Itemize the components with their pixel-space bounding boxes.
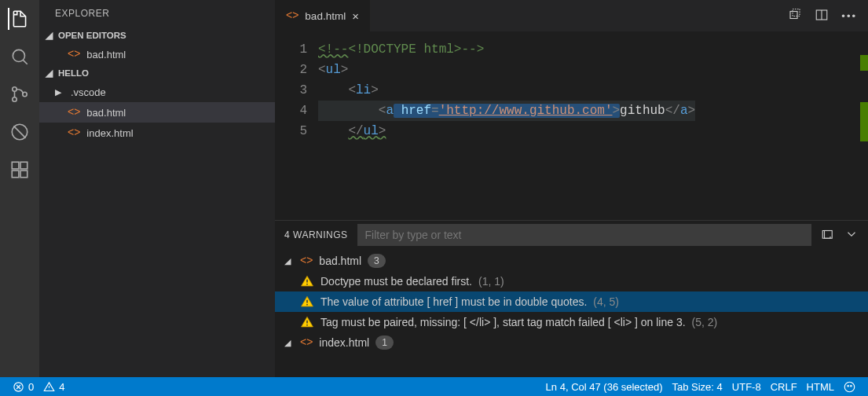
svg-rect-19: [306, 304, 308, 306]
svg-point-3: [13, 97, 16, 101]
file-label: bad.html: [86, 107, 126, 119]
svg-point-27: [844, 382, 855, 392]
problem-item[interactable]: The value of attribute [ href ] must be …: [275, 292, 868, 312]
warning-icon: [300, 315, 314, 329]
status-lang[interactable]: HTML: [802, 381, 839, 393]
svg-point-29: [851, 385, 852, 387]
chevron-down-icon[interactable]: [844, 227, 859, 244]
svg-rect-16: [306, 280, 308, 283]
workspace-label: HELLO: [58, 68, 89, 78]
compare-changes-icon[interactable]: [788, 8, 802, 24]
svg-point-2: [13, 87, 16, 91]
svg-rect-15: [825, 230, 833, 238]
warning-icon: [300, 295, 314, 309]
html-file-icon: <>: [68, 105, 80, 118]
status-warnings[interactable]: 4: [38, 381, 69, 393]
html-file-icon: <>: [286, 9, 298, 21]
svg-rect-18: [306, 300, 308, 303]
open-editors-label: OPEN EDITORS: [58, 31, 126, 40]
problem-message: Tag must be paired, missing: [ </li> ], …: [320, 316, 686, 328]
folder-label: .vscode: [71, 86, 106, 98]
svg-rect-20: [306, 321, 308, 324]
problems-file-name: index.html: [319, 336, 369, 349]
problems-filter-input[interactable]: [357, 224, 811, 246]
close-icon[interactable]: ×: [352, 9, 359, 23]
problems-file-group[interactable]: ◢<>bad.html3: [275, 251, 868, 271]
more-actions-icon[interactable]: •••: [841, 10, 857, 22]
problems-file-name: bad.html: [319, 255, 361, 267]
svg-rect-7: [12, 162, 19, 169]
file-item-index-html[interactable]: <> index.html: [39, 123, 275, 143]
problems-file-count-badge: 3: [368, 254, 386, 268]
warning-icon: [300, 274, 314, 288]
problem-message: The value of attribute [ href ] must be …: [320, 295, 587, 308]
status-errors-count: 0: [28, 381, 34, 393]
code-content: <!--<!DOCTYPE html>--><ul> <li> <a href=…: [318, 31, 695, 220]
problem-location: (5, 2): [692, 316, 718, 328]
line-number: 2: [275, 60, 307, 80]
activity-search-icon[interactable]: [9, 46, 31, 68]
status-eol[interactable]: CRLF: [766, 381, 802, 393]
activity-explorer-icon[interactable]: [8, 8, 30, 30]
svg-point-0: [13, 50, 24, 61]
svg-line-1: [23, 60, 27, 64]
collapse-all-icon[interactable]: [821, 227, 835, 244]
html-file-icon: <>: [300, 336, 313, 348]
chevron-down-icon: ◢: [46, 68, 53, 79]
problems-body: ◢<>bad.html3Doctype must be declared fir…: [275, 249, 868, 354]
workspace-header[interactable]: ◢ HELLO: [39, 64, 275, 82]
problem-item[interactable]: Doctype must be declared first.(1, 1): [275, 271, 868, 292]
svg-rect-11: [790, 11, 797, 18]
line-number: 5: [275, 121, 307, 141]
html-file-icon: <>: [68, 126, 80, 138]
tab-bad-html[interactable]: <> bad.html ×: [275, 0, 371, 31]
code-editor[interactable]: 1 2 3 4 5 <!--<!DOCTYPE html>--><ul> <li…: [275, 31, 868, 220]
status-warnings-count: 4: [59, 381, 64, 393]
chevron-down-icon: ◢: [284, 256, 294, 266]
activity-scm-icon[interactable]: [9, 83, 31, 105]
status-errors[interactable]: 0: [8, 381, 38, 393]
problem-location: (1, 1): [478, 275, 504, 288]
line-number: 4: [275, 101, 307, 121]
open-editors-header[interactable]: ◢ OPEN EDITORS: [39, 27, 275, 44]
problem-item[interactable]: Tag must be paired, missing: [ </li> ], …: [275, 312, 868, 332]
status-encoding[interactable]: UTF-8: [727, 381, 766, 393]
svg-rect-17: [306, 284, 308, 285]
status-bar: 0 4 Ln 4, Col 47 (36 selected) Tab Size:…: [0, 377, 868, 396]
svg-rect-21: [306, 324, 308, 326]
html-file-icon: <>: [300, 254, 313, 266]
chevron-right-icon: ▶: [55, 87, 64, 97]
problems-header: 4 WARNINGS: [275, 221, 868, 249]
status-feedback-icon[interactable]: [839, 381, 860, 393]
folder-item-vscode[interactable]: ▶ .vscode: [39, 82, 275, 102]
line-number: 1: [275, 39, 307, 60]
status-tabsize[interactable]: Tab Size: 4: [667, 381, 727, 393]
gutter: 1 2 3 4 5: [275, 31, 318, 220]
svg-rect-12: [793, 9, 800, 16]
svg-line-6: [13, 126, 25, 138]
open-editor-item[interactable]: <> bad.html: [39, 44, 275, 64]
chevron-down-icon: ◢: [284, 338, 294, 348]
tab-label: bad.html: [305, 10, 346, 22]
activity-extensions-icon[interactable]: [9, 159, 31, 181]
svg-point-28: [848, 385, 849, 387]
tab-bar: <> bad.html × •••: [275, 0, 868, 31]
svg-rect-10: [20, 162, 27, 169]
file-item-bad-html[interactable]: <> bad.html: [39, 102, 275, 123]
activity-debug-icon[interactable]: [9, 121, 31, 143]
problem-location: (4, 5): [593, 295, 619, 308]
sidebar: EXPLORER ◢ OPEN EDITORS <> bad.html ◢ HE…: [39, 0, 275, 377]
file-label: bad.html: [86, 49, 126, 60]
svg-rect-9: [20, 170, 27, 178]
status-lncol[interactable]: Ln 4, Col 47 (36 selected): [541, 381, 668, 393]
editor-area: <> bad.html × ••• 1 2 3 4 5 <!--<!DOCTYP…: [275, 0, 868, 377]
problems-file-group[interactable]: ◢<>index.html1: [275, 332, 868, 353]
chevron-down-icon: ◢: [46, 30, 53, 41]
problems-count: 4 WARNINGS: [284, 229, 348, 240]
file-label: index.html: [86, 127, 133, 139]
split-editor-icon[interactable]: [815, 8, 829, 24]
problems-file-count-badge: 1: [375, 336, 394, 350]
overview-ruler[interactable]: [857, 31, 868, 220]
line-number: 3: [275, 80, 307, 101]
html-file-icon: <>: [68, 47, 80, 60]
